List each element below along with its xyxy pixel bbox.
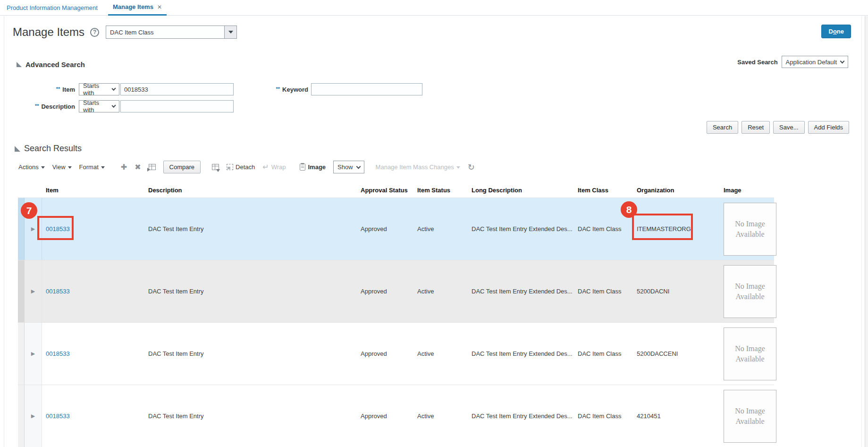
search-results-title: Search Results — [24, 144, 82, 154]
tab-bar: Product Information Management Manage It… — [0, 0, 868, 16]
required-marker: ** — [35, 103, 39, 109]
vertical-scrollbar[interactable] — [865, 16, 868, 447]
actions-menu[interactable]: Actions — [18, 163, 45, 171]
format-menu[interactable]: Format — [79, 163, 105, 171]
image-show-select[interactable]: Show — [333, 161, 364, 173]
menu-arrow-icon — [68, 166, 72, 169]
search-button[interactable]: Search — [707, 121, 738, 134]
done-label: D — [828, 28, 833, 35]
saved-search-label: Saved Search — [737, 59, 777, 66]
tab-manage-items-label: Manage Items — [113, 3, 153, 10]
tab-manage-items[interactable]: Manage Items ✕ — [108, 0, 167, 16]
long-description-cell: DAC Test Item Entry Extended Des... — [468, 413, 574, 420]
help-icon[interactable]: ? — [90, 28, 99, 37]
manage-item-mass-changes-menu: Manage Item Mass Changes — [376, 163, 460, 171]
organization-cell: 8 ITEMMASTERORG — [633, 225, 720, 232]
delete-item-icon[interactable]: ✖ — [135, 163, 141, 171]
description-cell: DAC Test Item Entry — [144, 350, 357, 357]
column-header-description[interactable]: Description — [144, 187, 357, 194]
item-link[interactable]: 0018533 — [46, 225, 70, 232]
detach-button[interactable]: Detach — [227, 163, 255, 171]
table-row[interactable]: ▶ 7 0018533 DAC Test Item Entry Approved… — [18, 198, 774, 260]
annotation-badge-8: 8 — [621, 201, 637, 218]
column-header-image[interactable]: Image — [720, 187, 774, 194]
image-toggle: Image — [300, 163, 326, 171]
item-class-input[interactable] — [106, 26, 225, 39]
refresh-icon[interactable]: ↻ — [468, 163, 475, 172]
column-header-item-status[interactable]: Item Status — [413, 187, 468, 194]
dropdown-arrow-icon — [228, 31, 233, 34]
column-header-item-class[interactable]: Item Class — [574, 187, 633, 194]
manage-items-screen: Product Information Management Manage It… — [0, 0, 868, 447]
compare-button[interactable]: Compare — [163, 161, 201, 173]
view-menu[interactable]: View — [52, 163, 72, 171]
menu-arrow-icon — [41, 166, 45, 169]
column-header-approval-status[interactable]: Approval Status — [357, 187, 413, 194]
done-label-rest: ne — [837, 28, 844, 35]
expand-row-icon[interactable]: ▶ — [31, 288, 35, 294]
expand-row-icon[interactable]: ▶ — [31, 351, 35, 357]
expand-row-icon[interactable]: ▶ — [31, 226, 35, 232]
item-link[interactable]: 0018533 — [46, 350, 70, 357]
expand-row-icon[interactable]: ▶ — [31, 413, 35, 419]
collapse-triangle-icon[interactable] — [17, 62, 22, 67]
advanced-search-header[interactable]: Advanced Search — [17, 60, 85, 69]
results-table: Item Description Approval Status Item St… — [18, 182, 774, 447]
done-button[interactable]: Done — [821, 25, 851, 38]
approval-status-cell: Approved — [357, 350, 413, 357]
done-accesskey: o — [833, 28, 837, 35]
approval-status-cell: Approved — [357, 225, 413, 232]
item-class-cell: DAC Item Class — [574, 350, 633, 357]
table-row[interactable]: ▶ 0018533 DAC Test Item Entry Approved A… — [18, 323, 774, 385]
item-link[interactable]: 0018533 — [46, 288, 70, 295]
item-link[interactable]: 0018533 — [46, 413, 70, 420]
row-selector-strip[interactable] — [18, 323, 25, 385]
description-operator-value: Starts with — [83, 99, 109, 113]
table-body: ▶ 7 0018533 DAC Test Item Entry Approved… — [18, 198, 774, 447]
save-search-button[interactable]: Save... — [773, 121, 804, 134]
required-marker: ** — [56, 86, 60, 92]
image-cell: No Image Available — [720, 390, 774, 443]
no-image-placeholder: No Image Available — [724, 265, 776, 318]
create-item-icon[interactable]: ✚ — [121, 163, 127, 171]
chevron-down-icon — [111, 103, 116, 108]
row-selector-strip[interactable] — [18, 385, 25, 447]
column-header-organization[interactable]: Organization — [633, 187, 720, 194]
freeze-columns-icon[interactable] — [149, 164, 156, 170]
image-cell: No Image Available — [720, 265, 774, 318]
approval-status-cell: Approved — [357, 288, 413, 295]
no-image-placeholder: No Image Available — [724, 327, 776, 380]
collapse-triangle-icon[interactable] — [15, 146, 20, 152]
description-operator-select[interactable]: Starts with — [79, 100, 119, 112]
column-header-item[interactable]: Item — [42, 187, 144, 194]
row-selector-strip[interactable] — [18, 260, 25, 322]
item-status-cell: Active — [413, 350, 468, 357]
annotation-badge-7: 7 — [21, 202, 37, 219]
query-by-example-icon[interactable] — [212, 164, 219, 170]
row-expander-cell: ▶ — [25, 385, 42, 447]
results-toolbar: Actions View Format ✚ ✖ Compare Detach ↵ — [18, 161, 475, 173]
item-class-cell: DAC Item Class — [574, 413, 633, 420]
tab-product-information-management[interactable]: Product Information Management — [7, 4, 98, 11]
column-header-long-description[interactable]: Long Description — [468, 187, 574, 194]
image-show-value: Show — [337, 163, 353, 171]
table-row[interactable]: ▶ 0018533 DAC Test Item Entry Approved A… — [18, 260, 774, 323]
keyword-input[interactable] — [311, 83, 422, 95]
item-value-input[interactable] — [120, 83, 234, 95]
wrap-button: ↵ Wrap — [262, 163, 286, 171]
add-fields-button[interactable]: Add Fields — [808, 121, 849, 134]
item-operator-select[interactable]: Starts with — [79, 83, 119, 95]
item-cell: 0018533 — [42, 288, 144, 295]
saved-search-select[interactable]: Application Default — [782, 56, 848, 68]
description-value-input[interactable] — [120, 100, 234, 112]
search-results-header[interactable]: Search Results — [15, 144, 82, 154]
item-cell: 0018533 — [42, 413, 144, 420]
table-row[interactable]: ▶ 0018533 DAC Test Item Entry Approved A… — [18, 385, 774, 447]
item-class-dropdown-button[interactable] — [225, 26, 237, 39]
image-clipboard-icon — [300, 163, 305, 171]
close-tab-icon[interactable]: ✕ — [157, 4, 162, 10]
reset-button[interactable]: Reset — [742, 121, 770, 134]
item-class-combobox — [106, 26, 237, 39]
item-field-label: **Item — [4, 86, 75, 93]
menu-arrow-icon — [456, 166, 460, 169]
